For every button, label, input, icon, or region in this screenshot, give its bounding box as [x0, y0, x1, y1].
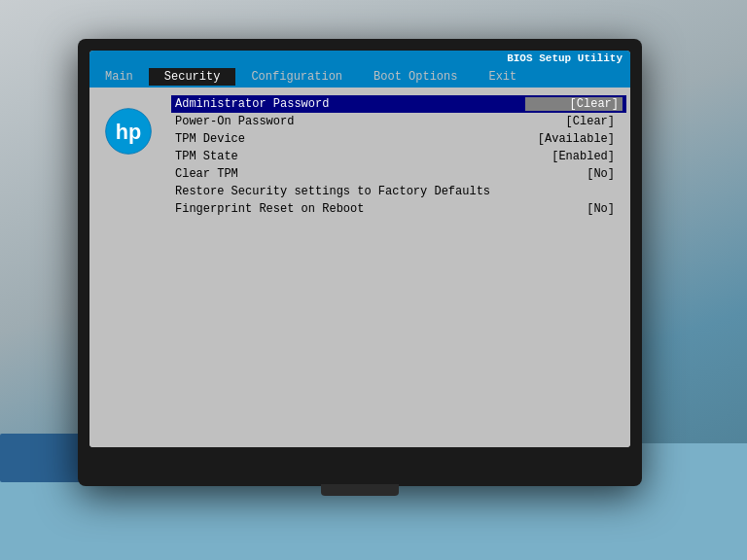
bios-title-bar: BIOS Setup Utility: [89, 51, 630, 66]
nav-main[interactable]: Main: [89, 68, 149, 86]
monitor-bezel: BIOS Setup Utility Main Security Configu…: [89, 51, 630, 447]
fingerprint-reset-value: [No]: [525, 202, 622, 216]
nav-boot-options[interactable]: Boot Options: [358, 68, 473, 86]
bios-screen: BIOS Setup Utility Main Security Configu…: [89, 51, 630, 447]
row-admin-password[interactable]: Administrator Password [Clear]: [171, 95, 626, 113]
row-tpm-device[interactable]: TPM Device [Available]: [171, 130, 626, 148]
admin-password-value: [Clear]: [525, 97, 622, 111]
hp-logo-area: hp: [89, 88, 167, 447]
tpm-device-label: TPM Device: [175, 132, 525, 146]
clear-tpm-label: Clear TPM: [175, 167, 525, 181]
admin-password-label: Administrator Password: [175, 97, 525, 111]
monitor-stand: [321, 484, 399, 496]
bios-title: BIOS Setup Utility: [507, 52, 622, 64]
hp-logo-icon: hp: [104, 107, 153, 156]
bios-content-area: hp Administrator Password [Clear] Power-…: [89, 88, 630, 447]
nav-exit[interactable]: Exit: [473, 68, 532, 86]
nav-security[interactable]: Security: [149, 68, 236, 86]
tpm-state-label: TPM State: [175, 150, 525, 163]
clear-tpm-value: [No]: [525, 167, 622, 181]
bios-navigation: Main Security Configuration Boot Options…: [89, 66, 630, 88]
row-restore-security[interactable]: Restore Security settings to Factory Def…: [171, 183, 626, 200]
restore-security-label: Restore Security settings to Factory Def…: [175, 185, 525, 198]
bios-settings-list: Administrator Password [Clear] Power-On …: [167, 88, 630, 447]
row-tpm-state[interactable]: TPM State [Enabled]: [171, 148, 626, 165]
row-power-on-password[interactable]: Power-On Password [Clear]: [171, 113, 626, 130]
svg-text:hp: hp: [116, 120, 141, 144]
fingerprint-reset-label: Fingerprint Reset on Reboot: [175, 202, 525, 216]
tpm-device-value: [Available]: [525, 132, 622, 146]
row-clear-tpm[interactable]: Clear TPM [No]: [171, 165, 626, 183]
tpm-state-value: [Enabled]: [525, 150, 622, 163]
power-on-password-label: Power-On Password: [175, 115, 525, 128]
nav-configuration[interactable]: Configuration: [235, 68, 358, 86]
power-on-password-value: [Clear]: [525, 115, 622, 128]
row-fingerprint-reset[interactable]: Fingerprint Reset on Reboot [No]: [171, 200, 626, 218]
monitor: BIOS Setup Utility Main Security Configu…: [78, 39, 642, 486]
